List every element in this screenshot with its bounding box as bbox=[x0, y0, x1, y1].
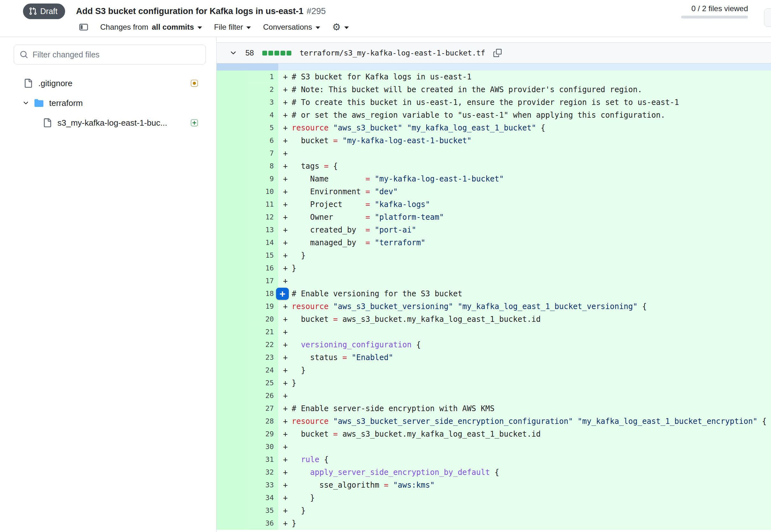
new-line-number[interactable]: 31 bbox=[247, 453, 278, 466]
code-token: "aws_s3_bucket" bbox=[333, 123, 403, 132]
code-token: "port-ai" bbox=[374, 225, 416, 234]
code-token: aws_s3_bucket.my_kafka_log_east_1_bucket… bbox=[338, 430, 541, 439]
new-line-number[interactable]: 25 bbox=[247, 377, 278, 389]
copy-file-path-button[interactable] bbox=[493, 49, 502, 57]
new-line-number[interactable]: 22 bbox=[247, 338, 278, 351]
code-content bbox=[292, 389, 771, 402]
new-line-number[interactable]: 32 bbox=[247, 466, 278, 479]
code-token bbox=[292, 455, 301, 464]
new-line-number[interactable]: 10 bbox=[247, 185, 278, 198]
new-line-number[interactable]: 33 bbox=[247, 479, 278, 491]
diff-stat-block bbox=[286, 51, 291, 55]
draft-status-badge: Draft bbox=[23, 4, 65, 19]
new-line-number[interactable]: 8 bbox=[247, 160, 278, 173]
new-line-number[interactable]: 2 bbox=[247, 83, 278, 96]
code-token: "dev" bbox=[374, 187, 398, 196]
tree-item-gitignore[interactable]: .gitignore bbox=[0, 73, 216, 93]
addition-marker: + bbox=[278, 300, 292, 313]
diff-code-lines: 1+# S3 bucket for Kafka logs in us-east-… bbox=[217, 70, 771, 530]
new-line-number[interactable]: 5 bbox=[247, 122, 278, 134]
new-line-number[interactable]: 19 bbox=[247, 300, 278, 313]
code-token: "terraform" bbox=[374, 238, 426, 247]
new-line-number[interactable]: 7 bbox=[247, 147, 278, 160]
diff-line-36: 36+} bbox=[217, 517, 771, 530]
code-token: Owner bbox=[292, 213, 365, 222]
new-line-number[interactable]: 26 bbox=[247, 389, 278, 402]
new-line-number[interactable]: 6 bbox=[247, 134, 278, 147]
new-line-number[interactable]: 21 bbox=[247, 326, 278, 338]
new-line-number[interactable]: 29 bbox=[247, 428, 278, 440]
diff-file-name-link[interactable]: terraform/s3_my-kafka-log-east-1-bucket.… bbox=[300, 49, 486, 57]
file-filter-dropdown[interactable]: File filter bbox=[214, 23, 251, 32]
new-line-number[interactable]: 13 bbox=[247, 224, 278, 236]
new-line-number[interactable]: 9 bbox=[247, 173, 278, 185]
new-line-number[interactable]: 3 bbox=[247, 96, 278, 109]
diff-line-6: 6+ bucket = "my-kafka-log-east-1-bucket" bbox=[217, 134, 771, 147]
new-line-number[interactable]: 35 bbox=[247, 504, 278, 517]
new-line-number[interactable]: 28 bbox=[247, 415, 278, 428]
code-content: Project = "kafka-logs" bbox=[292, 198, 771, 211]
code-token bbox=[453, 302, 458, 311]
new-line-number[interactable]: 18 bbox=[247, 287, 278, 300]
addition-marker: + bbox=[278, 313, 292, 326]
old-line-number bbox=[217, 147, 247, 160]
diff-settings-dropdown[interactable]: ⚙ bbox=[332, 22, 349, 32]
old-line-number bbox=[217, 326, 247, 338]
filter-changed-files-input[interactable] bbox=[33, 50, 200, 59]
toggle-sidebar-button[interactable] bbox=[79, 23, 88, 32]
old-line-number bbox=[217, 402, 247, 415]
add-line-comment-button[interactable]: + bbox=[276, 288, 289, 300]
gear-icon: ⚙ bbox=[332, 22, 341, 32]
diff-line-27: 27+# Enable server-side encryption with … bbox=[217, 402, 771, 415]
new-line-number[interactable]: 27 bbox=[247, 402, 278, 415]
code-token: resource bbox=[292, 123, 329, 132]
code-token: { bbox=[319, 455, 329, 464]
tree-item-terraform-folder[interactable]: terraform bbox=[0, 93, 216, 113]
pull-request-files-page: Draft Add S3 bucket configuration for Ka… bbox=[0, 0, 771, 532]
new-line-number[interactable]: 12 bbox=[247, 211, 278, 224]
new-line-number[interactable]: 1 bbox=[247, 70, 278, 83]
diff-line-24: 24+ } bbox=[217, 364, 771, 377]
collapse-file-button[interactable] bbox=[229, 49, 237, 57]
code-token: aws_s3_bucket.my_kafka_log_east_1_bucket… bbox=[338, 315, 541, 324]
conversations-dropdown[interactable]: Conversations bbox=[263, 23, 320, 32]
changes-from-dropdown[interactable]: Changes from all commits bbox=[100, 23, 202, 32]
file-icon bbox=[43, 118, 52, 127]
code-token: = bbox=[365, 174, 370, 183]
new-line-number[interactable]: 24 bbox=[247, 364, 278, 377]
new-line-number[interactable]: 30 bbox=[247, 440, 278, 453]
diff-line-29: 29+ bucket = aws_s3_bucket.my_kafka_log_… bbox=[217, 428, 771, 440]
new-line-number[interactable]: 4 bbox=[247, 109, 278, 122]
old-line-number bbox=[217, 109, 247, 122]
addition-marker: + bbox=[278, 466, 292, 479]
code-content: # S3 bucket for Kafka logs in us-east-1 bbox=[292, 70, 771, 83]
tree-item-s3-bucket-file[interactable]: s3_my-kafka-log-east-1-buc... bbox=[0, 113, 216, 133]
addition-marker: + bbox=[278, 389, 292, 402]
diff-line-19: 19+resource "aws_s3_bucket_versioning" "… bbox=[217, 300, 771, 313]
new-line-number[interactable]: 36 bbox=[247, 517, 278, 530]
hunk-gutter bbox=[217, 63, 278, 70]
code-token bbox=[370, 238, 374, 247]
folder-icon bbox=[34, 99, 43, 107]
addition-marker: + bbox=[278, 428, 292, 440]
new-line-number[interactable]: 34 bbox=[247, 491, 278, 504]
addition-marker: + bbox=[278, 224, 292, 236]
file-icon bbox=[24, 79, 33, 88]
code-content: } bbox=[292, 262, 771, 275]
old-line-number bbox=[217, 249, 247, 262]
new-line-number[interactable]: 16 bbox=[247, 262, 278, 275]
addition-marker: + bbox=[278, 351, 292, 364]
code-token: { bbox=[490, 468, 499, 477]
new-line-number[interactable]: 17 bbox=[247, 275, 278, 287]
diff-line-22: 22+ versioning_configuration { bbox=[217, 338, 771, 351]
old-line-number bbox=[217, 300, 247, 313]
new-line-number[interactable]: 15 bbox=[247, 249, 278, 262]
code-token: Name bbox=[292, 174, 365, 183]
new-line-number[interactable]: 11 bbox=[247, 198, 278, 211]
chevron-down-icon bbox=[22, 100, 29, 107]
new-line-number[interactable]: 20 bbox=[247, 313, 278, 326]
new-line-number[interactable]: 23 bbox=[247, 351, 278, 364]
diff-line-12: 12+ Owner = "platform-team" bbox=[217, 211, 771, 224]
new-line-number[interactable]: 14 bbox=[247, 236, 278, 249]
review-changes-button[interactable]: R bbox=[764, 8, 771, 27]
